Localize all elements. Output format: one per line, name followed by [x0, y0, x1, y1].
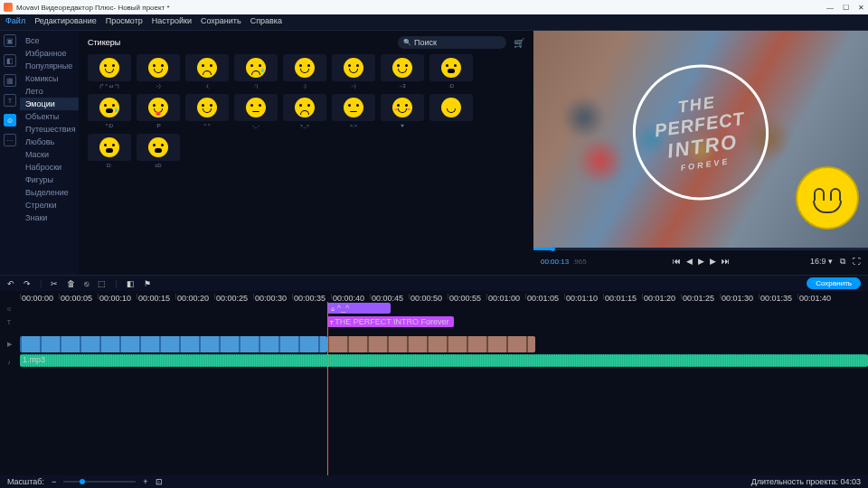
zoom-in-icon[interactable]: +	[143, 477, 147, 486]
cut-icon[interactable]: ✂	[51, 279, 58, 288]
menu-settings[interactable]: Настройки	[152, 16, 192, 25]
sticker-panel: Стикеры Поиск 🛒 (* ^ ω ^):-):(:'(:):-):-…	[79, 31, 533, 275]
category-list: Все Избранное Популярные Комиксы Лето Эм…	[20, 31, 79, 275]
window-titlebar: Movavi Видеоредактор Плюс - Новый проект…	[0, 0, 868, 14]
sticker-item[interactable]: :D	[429, 54, 473, 89]
clip-video-1[interactable]	[20, 336, 327, 352]
cat-shapes[interactable]: Фигуры	[20, 174, 79, 186]
zoom-out-icon[interactable]: −	[52, 477, 56, 486]
redo-icon[interactable]: ↷	[24, 279, 31, 288]
cat-pop[interactable]: Популярные	[20, 60, 79, 72]
export-button[interactable]: Сохранить	[807, 277, 861, 289]
menu-save[interactable]: Сохранить	[201, 16, 241, 25]
sticker-item[interactable]: :-)	[332, 54, 375, 89]
more-tools-icon[interactable]: ⋯	[4, 134, 16, 146]
fit-icon[interactable]: ⊡	[156, 477, 163, 486]
sticker-item[interactable]	[429, 94, 473, 128]
sticker-item[interactable]: >_<	[283, 94, 326, 128]
next-frame-icon[interactable]: ⏭	[722, 257, 730, 266]
menu-view[interactable]: Просмотр	[106, 16, 143, 25]
panel-title: Стикеры	[88, 38, 120, 47]
sticker-item[interactable]: D:	[88, 134, 131, 168]
minimize-icon[interactable]: —	[826, 4, 834, 12]
store-icon[interactable]: 🛒	[514, 38, 524, 48]
stickers-icon[interactable]: ☺	[4, 114, 16, 127]
sticker-item[interactable]: ^ ^	[185, 94, 229, 128]
step-back-icon[interactable]: ◀	[686, 257, 693, 266]
cat-travel[interactable]: Путешествия	[20, 123, 79, 136]
sticker-item[interactable]: *:D	[88, 94, 131, 128]
menu-help[interactable]: Справка	[250, 16, 282, 25]
sticker-item[interactable]: :)	[283, 54, 326, 89]
timecode: 00:00:13	[541, 258, 569, 266]
cat-summer[interactable]: Лето	[20, 85, 79, 98]
sticker-item[interactable]: -_-	[234, 94, 278, 128]
cat-emotions[interactable]: Эмоции	[20, 98, 79, 110]
clip-audio[interactable]: 1.mp3	[20, 354, 868, 367]
undo-icon[interactable]: ↶	[7, 279, 14, 288]
delete-icon[interactable]: 🗑	[67, 279, 75, 288]
project-duration: 04:03	[840, 477, 861, 486]
preview-controls: 00:00:13.965 ⏮ ◀ ▶ ▶ ⏭ 16:9 ▾ ⧉ ⛶	[533, 248, 868, 275]
clip-title[interactable]: T THE PERFECT INTRO Forever	[327, 316, 454, 327]
sticker-item[interactable]: >.>	[332, 94, 375, 128]
search-input[interactable]: Поиск	[398, 36, 506, 49]
cat-objects[interactable]: Объекты	[20, 110, 79, 123]
step-fwd-icon[interactable]: ▶	[710, 257, 716, 266]
titles-icon[interactable]: T	[4, 94, 16, 107]
app-logo-icon	[4, 3, 13, 12]
transitions-icon[interactable]: ▦	[4, 74, 16, 87]
cat-love[interactable]: Любовь	[20, 136, 79, 148]
timeline[interactable]: ☺ ☺ ^_^ T T THE PERFECT INTRO Forever ▶ …	[0, 302, 868, 475]
color-icon[interactable]: ◧	[127, 279, 135, 288]
sticker-item[interactable]: :'(	[234, 54, 278, 89]
menu-bar: Файл Редактирование Просмотр Настройки С…	[0, 14, 868, 27]
detach-icon[interactable]: ⧉	[840, 257, 845, 267]
cat-masks[interactable]: Маски	[20, 148, 79, 161]
split-icon[interactable]: ⎋	[84, 279, 89, 288]
status-bar: Масштаб: − + ⊡ Длительность проекта: 04:…	[0, 475, 868, 488]
filters-icon[interactable]: ◧	[4, 54, 16, 67]
sticker-item[interactable]: xD	[137, 134, 180, 168]
track-audio-header[interactable]: ♪	[0, 359, 18, 365]
crop-icon[interactable]: ⬚	[98, 279, 106, 288]
fullscreen-icon[interactable]: ⛶	[853, 257, 861, 266]
menu-edit[interactable]: Редактирование	[34, 16, 97, 25]
playhead[interactable]	[327, 302, 328, 475]
zoom-slider[interactable]	[63, 481, 136, 483]
cat-all[interactable]: Все	[20, 34, 79, 47]
play-icon[interactable]: ▶	[698, 257, 704, 266]
tool-rail: ▣ ◧ ▦ T ☺ ⋯	[0, 31, 20, 275]
clip-video-2[interactable]	[327, 336, 535, 352]
import-icon[interactable]: ▣	[4, 34, 16, 47]
sticker-item[interactable]: :(	[185, 54, 229, 89]
timeline-toolbar: ↶ ↷ | ✂ 🗑 ⎋ ⬚ | ◧ ⚑ Сохранить	[0, 275, 868, 291]
sticker-item[interactable]: :P	[137, 94, 180, 128]
timeline-ruler[interactable]: 00:00:0000:00:0500:00:1000:00:1500:00:20…	[0, 291, 868, 302]
preview-scrubber[interactable]	[533, 248, 868, 250]
maximize-icon[interactable]: ☐	[843, 4, 849, 12]
zoom-label: Масштаб:	[7, 477, 44, 486]
close-icon[interactable]: ✕	[858, 4, 864, 12]
cat-highlight[interactable]: Выделение	[20, 186, 79, 199]
cat-arrows[interactable]: Стрелки	[20, 199, 79, 211]
prev-frame-icon[interactable]: ⏮	[673, 257, 681, 266]
track-video-header[interactable]: ▶	[0, 341, 18, 348]
track-sticker-header[interactable]: ☺	[0, 305, 18, 312]
cat-signs[interactable]: Знаки	[20, 211, 79, 224]
cat-fav[interactable]: Избранное	[20, 47, 79, 60]
clip-sticker[interactable]: ☺ ^_^	[327, 303, 391, 314]
menu-file[interactable]: Файл	[5, 16, 25, 25]
cat-comics[interactable]: Комиксы	[20, 72, 79, 85]
sticker-item[interactable]: ♥	[381, 94, 424, 128]
sticker-overlay	[796, 166, 859, 230]
sticker-item[interactable]: (* ^ ω ^)	[88, 54, 131, 89]
track-title-header[interactable]: T	[0, 319, 18, 325]
sticker-item[interactable]: :-3	[381, 54, 424, 89]
preview-video[interactable]: THE PERFECT INTRO FOREVE	[533, 31, 868, 248]
aspect-ratio[interactable]: 16:9 ▾	[810, 257, 833, 266]
cat-sketch[interactable]: Наброски	[20, 161, 79, 174]
app-title: Movavi Видеоредактор Плюс	[16, 4, 113, 12]
sticker-item[interactable]: :-)	[137, 54, 180, 89]
marker-icon[interactable]: ⚑	[144, 279, 151, 288]
